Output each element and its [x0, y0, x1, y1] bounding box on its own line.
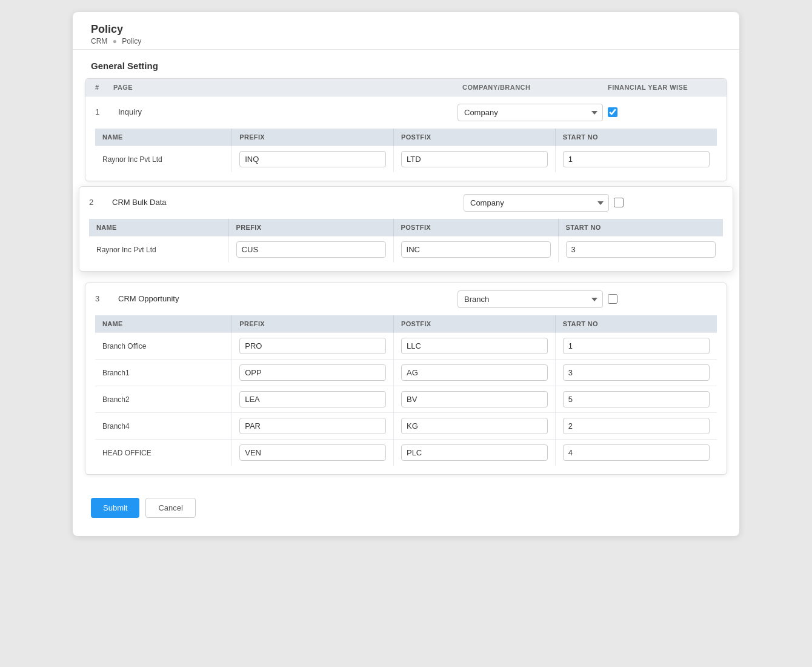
policy-row-2: 2 CRM Bulk Data Company Branch: [79, 187, 733, 271]
policy-row-1: 1 Inquiry Company Branch NAME: [85, 96, 727, 181]
row-3-sub-postfix-0[interactable]: LLC: [401, 338, 548, 354]
row-3-sub-postfix-4[interactable]: PLC: [401, 444, 548, 461]
row-3-sub-prefix-0[interactable]: PRO: [239, 338, 386, 354]
sub-col-postfix-2: POSTFIX: [393, 219, 558, 236]
breadcrumb: CRM ● Policy: [91, 37, 721, 45]
row-3-company-branch-select[interactable]: Company Branch: [458, 290, 603, 308]
row-3-sub-name-1: Branch1: [95, 360, 232, 386]
table-row: Branch4 PAR KG 2: [95, 413, 717, 440]
row-1-page-name: Inquiry: [118, 104, 453, 116]
sub-col-name-3: NAME: [95, 315, 232, 333]
policy-row-3: 3 CRM Opportunity Company Branch: [85, 283, 727, 474]
sub-col-postfix-1: POSTFIX: [393, 129, 555, 146]
submit-button[interactable]: Submit: [91, 498, 139, 518]
row-2-subtable-wrapper: NAME PREFIX POSTFIX START NO Raynor Inc …: [79, 219, 733, 271]
row-1-company-branch-select[interactable]: Company Branch: [458, 104, 603, 121]
column-headers: # PAGE COMPANY/BRANCH FINANCIAL YEAR WIS…: [85, 79, 727, 96]
row-1-subtable: NAME PREFIX POSTFIX START NO Raynor Inc …: [95, 129, 717, 172]
row-1-company-branch-select-wrapper[interactable]: Company Branch: [458, 104, 603, 121]
row-3-fy-checkbox-wrapper: [608, 290, 717, 304]
row-2-sub-name: Raynor Inc Pvt Ltd: [89, 236, 228, 263]
table-row: Branch1 OPP AG 3: [95, 360, 717, 386]
row-3-sub-prefix-3[interactable]: PAR: [239, 418, 386, 434]
table-row: Branch2 LEA BV 5: [95, 386, 717, 413]
row-3-sub-name-0: Branch Office: [95, 333, 232, 360]
sub-col-name-2: NAME: [89, 219, 228, 236]
table-row: Raynor Inc Pvt Ltd INQ LTD 1: [95, 146, 717, 173]
breadcrumb-dot: ●: [113, 37, 117, 45]
row-3-sub-name-2: Branch2: [95, 386, 232, 413]
row-2-sub-postfix[interactable]: INC: [401, 241, 551, 258]
row-2-number: 2: [89, 194, 107, 207]
row-3-sub-startno-0[interactable]: 1: [563, 338, 710, 354]
row-2-data: 2 CRM Bulk Data Company Branch: [79, 187, 733, 219]
sub-col-startno-3: START NO: [555, 315, 717, 333]
col-fy: FINANCIAL YEAR WISE: [608, 84, 717, 91]
row-1-data: 1 Inquiry Company Branch: [85, 96, 727, 129]
sub-col-prefix-3: PREFIX: [232, 315, 394, 333]
row-1-number: 1: [95, 104, 113, 116]
row-2-fy-checkbox-wrapper: [614, 194, 723, 207]
page-title: Policy: [91, 23, 721, 36]
row-3-sub-postfix-3[interactable]: KG: [401, 418, 548, 434]
main-card: Policy CRM ● Policy General Setting # PA…: [73, 12, 739, 536]
row-1-sub-prefix[interactable]: INQ: [239, 151, 386, 167]
page-header: Policy CRM ● Policy: [73, 12, 739, 50]
table-row: Branch Office PRO LLC 1: [95, 333, 717, 360]
row-1-sub-name: Raynor Inc Pvt Ltd: [95, 146, 232, 173]
row-3-sub-prefix-4[interactable]: VEN: [239, 444, 386, 461]
section-title: General Setting: [73, 50, 739, 78]
row-3-sub-postfix-2[interactable]: BV: [401, 391, 548, 407]
row-3-sub-startno-4[interactable]: 4: [563, 444, 710, 461]
table-row: HEAD OFFICE VEN PLC 4: [95, 440, 717, 466]
col-company-branch: COMPANY/BRANCH: [462, 84, 608, 91]
breadcrumb-crm: CRM: [91, 37, 107, 45]
sub-col-postfix-3: POSTFIX: [393, 315, 555, 333]
col-hash: #: [95, 84, 113, 91]
row-2-fy-checkbox[interactable]: [614, 198, 624, 207]
sub-col-startno-1: START NO: [555, 129, 717, 146]
row-2-subtable: NAME PREFIX POSTFIX START NO Raynor Inc …: [89, 219, 723, 263]
sub-col-startno-2: START NO: [558, 219, 723, 236]
row-3-sub-name-3: Branch4: [95, 413, 232, 440]
sub-col-prefix-1: PREFIX: [232, 129, 394, 146]
row-3-sub-prefix-2[interactable]: LEA: [239, 391, 386, 407]
row-3-sub-startno-3[interactable]: 2: [563, 418, 710, 434]
row-2-company-branch-select[interactable]: Company Branch: [464, 194, 609, 212]
col-page: PAGE: [113, 84, 462, 91]
row-3-subtable: NAME PREFIX POSTFIX START NO Branch Offi…: [95, 315, 717, 466]
row-2-sub-prefix[interactable]: CUS: [236, 241, 386, 258]
row-3-company-branch-select-wrapper[interactable]: Company Branch: [458, 290, 603, 308]
sub-col-name-1: NAME: [95, 129, 232, 146]
breadcrumb-policy: Policy: [122, 37, 141, 45]
row-3-sub-prefix-1[interactable]: OPP: [239, 364, 386, 381]
row-2-sub-startno[interactable]: 3: [566, 241, 716, 258]
row-3-number: 3: [95, 290, 113, 303]
row-3-page-name: CRM Opportunity: [118, 290, 453, 303]
row-3-sub-postfix-1[interactable]: AG: [401, 364, 548, 381]
row-1-sub-postfix[interactable]: LTD: [401, 151, 548, 167]
row-3-sub-name-4: HEAD OFFICE: [95, 440, 232, 466]
row-3-subtable-wrapper: NAME PREFIX POSTFIX START NO Branch Offi…: [85, 315, 727, 474]
row-1-fy-checkbox[interactable]: [608, 107, 617, 117]
footer-buttons: Submit Cancel: [73, 486, 739, 518]
row-3-data: 3 CRM Opportunity Company Branch: [85, 283, 727, 315]
row-3-sub-startno-1[interactable]: 3: [563, 364, 710, 381]
row-1-sub-startno[interactable]: 1: [563, 151, 710, 167]
row-3-sub-startno-2[interactable]: 5: [563, 391, 710, 407]
sub-col-prefix-2: PREFIX: [228, 219, 393, 236]
row-2-company-branch-select-wrapper[interactable]: Company Branch: [464, 194, 609, 212]
row-1-fy-checkbox-wrapper: [608, 104, 717, 117]
table-row: Raynor Inc Pvt Ltd CUS INC 3: [89, 236, 723, 263]
row-2-page-name: CRM Bulk Data: [112, 194, 459, 207]
row-1-subtable-wrapper: NAME PREFIX POSTFIX START NO Raynor Inc …: [85, 129, 727, 181]
row-3-fy-checkbox[interactable]: [608, 294, 617, 304]
cancel-button[interactable]: Cancel: [145, 498, 195, 518]
